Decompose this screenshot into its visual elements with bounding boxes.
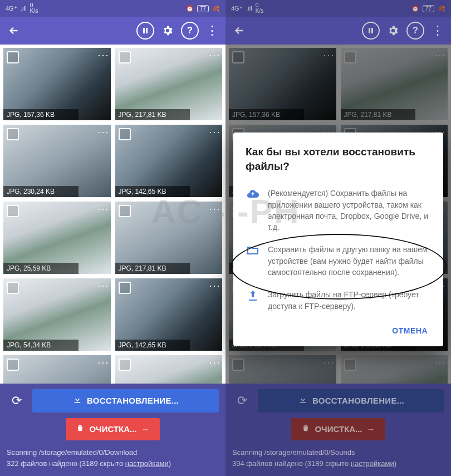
tile-more-icon[interactable]: ⋮	[100, 127, 107, 137]
clean-button[interactable]: ОЧИСТКА... →	[66, 418, 159, 440]
phone-right: 4G⁺ .ıll 0 K/s ⏰ 77 🍂 ? ⋮ ⋮JPG, 157,36 K…	[226, 0, 451, 476]
tile-more-icon[interactable]: ⋮	[100, 357, 107, 367]
checkbox[interactable]	[344, 359, 356, 371]
app-bar: ? ⋮	[226, 17, 451, 45]
alarm-icon: ⏰	[186, 5, 194, 12]
tile-label: JPG, 142,65 KB	[115, 186, 190, 197]
back-button[interactable]	[4, 21, 23, 40]
tile-label: JPG, 25,59 KB	[3, 263, 79, 274]
checkbox[interactable]	[7, 128, 19, 140]
thumbnail-tile[interactable]: ⋮JPG, 217,81 KB	[115, 48, 223, 120]
tile-label: JPG, 54,34 KB	[3, 340, 79, 351]
cloud-upload-icon	[246, 188, 260, 233]
checkbox[interactable]	[119, 282, 131, 294]
thumbnail-tile[interactable]: ⋮JPG, 230,24 KB	[3, 125, 111, 197]
checkbox[interactable]	[232, 51, 244, 63]
tile-label: JPG, 217,81 KB	[341, 109, 416, 120]
battery-pct: 77	[197, 5, 209, 12]
checkbox[interactable]	[7, 205, 19, 217]
upload-icon	[246, 289, 260, 312]
status-bar: 4G⁺ .ıll 0 K/s ⏰ 77 🍂	[226, 0, 451, 17]
tile-more-icon[interactable]: ⋮	[211, 127, 219, 137]
tile-more-icon[interactable]: ⋮	[437, 50, 444, 60]
thumbnail-tile[interactable]: ⋮JPG, 25,59 KB	[341, 355, 448, 384]
tile-more-icon[interactable]: ⋮	[100, 281, 107, 291]
tile-label: JPG, 142,65 KB	[115, 340, 190, 351]
thumbnail-tile[interactable]: ⋮JPG, 157,36 KB	[3, 48, 111, 120]
more-button[interactable]: ⋮	[203, 22, 221, 40]
thumbnail-tile[interactable]: ⋮JPG, 54,34 KB	[3, 278, 111, 351]
svg-rect-1	[146, 28, 148, 33]
help-button[interactable]: ?	[181, 22, 199, 40]
app-bar: ? ⋮	[0, 17, 226, 45]
trash-icon	[76, 424, 85, 434]
tile-label: JPG, 157,36 KB	[3, 109, 79, 120]
download-icon	[72, 395, 82, 406]
pause-button[interactable]	[362, 22, 380, 40]
thumbnail-grid: ⋮JPG, 157,36 KB⋮JPG, 217,81 KB⋮JPG, 230,…	[0, 45, 226, 384]
checkbox[interactable]	[232, 359, 244, 371]
back-button[interactable]	[230, 21, 249, 40]
tile-label: JPG, 217,81 KB	[115, 263, 190, 274]
tile-label: JPG, 217,81 KB	[115, 109, 190, 120]
trash-icon	[301, 424, 310, 434]
checkbox[interactable]	[7, 51, 19, 63]
recover-button[interactable]: ВОССТАНОВЛЕНИЕ...	[32, 389, 219, 413]
thumbnail-tile[interactable]: ⋮JPG, 217,81 KB	[115, 202, 223, 274]
checkbox[interactable]	[119, 51, 131, 63]
tile-more-icon[interactable]: ⋮	[100, 204, 107, 214]
dialog-option-folder[interactable]: Сохранить файлы в другую папку на вашем …	[246, 238, 431, 283]
settings-button[interactable]	[384, 22, 402, 40]
dialog-cancel-button[interactable]: ОТМЕНА	[389, 322, 431, 340]
tile-more-icon[interactable]: ⋮	[211, 204, 219, 214]
dialog-option-ftp[interactable]: Загрузить файлы на FTP-сервер (требует д…	[246, 283, 431, 317]
thumbnail-tile[interactable]: ⋮JPG, 25,59 KB	[115, 355, 223, 384]
checkbox[interactable]	[119, 128, 131, 140]
bottom-bar: ⟳ ВОССТАНОВЛЕНИЕ... ОЧИСТКА... →	[226, 384, 451, 446]
dialog-option-cloud[interactable]: (Рекомендуется) Сохранить файлы на прило…	[246, 182, 431, 238]
tile-more-icon[interactable]: ⋮	[211, 357, 219, 367]
tile-more-icon[interactable]: ⋮	[211, 50, 219, 60]
checkbox[interactable]	[7, 282, 19, 294]
thumbnail-tile[interactable]: ⋮JPG, 217,81 KB	[341, 48, 448, 120]
recover-button[interactable]: ВОССТАНОВЛЕНИЕ...	[258, 389, 444, 413]
checkbox[interactable]	[119, 205, 131, 217]
scan-path: Scanning /storage/emulated/0/Download	[7, 447, 219, 458]
svg-rect-0	[143, 28, 145, 33]
checkbox[interactable]	[7, 359, 19, 371]
phone-left: 4G⁺ .ıll 0 K/s ⏰ 77 🍂 ? ⋮ ⋮	[0, 0, 226, 476]
thumbnail-tile[interactable]: ⋮JPG, 21,66 KB	[229, 355, 336, 384]
settings-link[interactable]: настройками	[351, 459, 394, 468]
tile-more-icon[interactable]: ⋮	[325, 50, 333, 60]
pause-button[interactable]	[136, 22, 154, 40]
thumbnail-tile[interactable]: ⋮JPG, 157,36 KB	[229, 48, 336, 120]
tile-more-icon[interactable]: ⋮	[437, 357, 444, 367]
thumbnail-tile[interactable]: ⋮JPG, 25,59 KB	[3, 202, 111, 274]
clean-button[interactable]: ОЧИСТКА... →	[291, 418, 385, 440]
thumbnail-tile[interactable]: ⋮JPG, 142,65 KB	[115, 278, 223, 351]
settings-button[interactable]	[159, 22, 177, 40]
help-button[interactable]: ?	[406, 22, 424, 40]
bottom-bar: ⟳ ВОССТАНОВЛЕНИЕ... ОЧИСТКА... →	[0, 384, 226, 446]
tile-more-icon[interactable]: ⋮	[100, 50, 107, 60]
refresh-button[interactable]: ⟳	[7, 391, 27, 411]
download-icon	[298, 395, 308, 406]
checkbox[interactable]	[344, 51, 356, 63]
tile-label: JPG, 230,24 KB	[3, 186, 79, 197]
checkbox[interactable]	[119, 359, 131, 371]
settings-link[interactable]: настройками	[125, 459, 169, 468]
folder-icon	[246, 244, 260, 278]
thumbnail-tile[interactable]: ⋮JPG, 21,66 KB	[3, 355, 111, 384]
thumbnail-tile[interactable]: ⋮JPG, 142,65 KB	[115, 125, 223, 197]
tile-more-icon[interactable]: ⋮	[325, 357, 333, 367]
refresh-button[interactable]: ⟳	[232, 391, 252, 411]
tile-label: JPG, 157,36 KB	[229, 109, 304, 120]
arrow-right-icon: →	[141, 424, 150, 434]
scan-footer: Scanning /storage/emulated/0/Download 32…	[0, 446, 226, 476]
more-button[interactable]: ⋮	[429, 22, 447, 40]
speed-unit: K/s	[30, 8, 38, 14]
clean-label: ОЧИСТКА...	[89, 424, 136, 434]
tile-more-icon[interactable]: ⋮	[211, 281, 219, 291]
net-type: 4G⁺	[6, 5, 17, 12]
scan-footer: Scanning /storage/emulated/0/Sounds 394 …	[226, 446, 451, 476]
